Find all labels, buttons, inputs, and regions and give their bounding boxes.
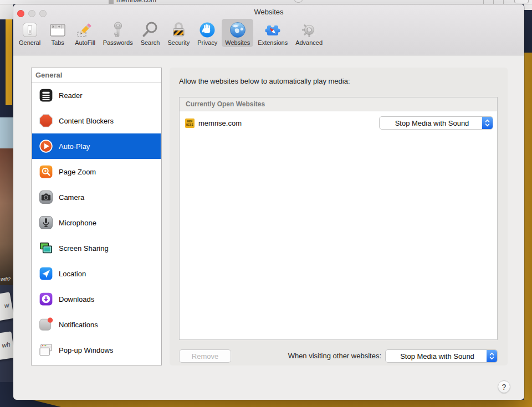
- table-header: Currently Open Websites: [180, 97, 497, 111]
- memrise-favicon: MEM RISE: [185, 119, 195, 128]
- sidebar-item-screen-sharing[interactable]: Screen Sharing: [32, 235, 161, 261]
- padlock-icon: [169, 20, 188, 39]
- dropdown-stepper-icon: [482, 117, 493, 129]
- remove-button[interactable]: Remove: [179, 349, 231, 363]
- other-websites-dropdown[interactable]: Stop Media with Sound: [385, 349, 498, 363]
- background-window-title: memrise.com: [116, 0, 156, 4]
- tab-tabs[interactable]: Tabs: [45, 19, 70, 47]
- window-title: Websites: [13, 8, 524, 16]
- background-webpage-right: [524, 4, 532, 400]
- background-favicon: [109, 0, 114, 4]
- sidebar-item-reader[interactable]: Reader: [32, 83, 161, 108]
- sidebar-item-content-blockers[interactable]: Content Blockers: [32, 108, 161, 133]
- background-card: w: [0, 292, 13, 324]
- sidebar-item-downloads[interactable]: Downloads: [32, 286, 161, 312]
- tabs-window-icon: [48, 20, 67, 39]
- background-card: wh: [0, 331, 13, 363]
- sidebar-item-notifications[interactable]: Notifications: [32, 312, 161, 337]
- tab-websites[interactable]: Websites: [222, 19, 253, 47]
- play-circle-icon: [39, 139, 53, 153]
- zoom-magnifier-icon: [39, 164, 53, 179]
- tab-passwords[interactable]: Passwords: [100, 19, 136, 47]
- table-row[interactable]: MEM RISE memrise.com Stop Media with Sou…: [180, 111, 497, 135]
- globe-icon: [228, 20, 247, 39]
- sidebar-item-location[interactable]: Location: [32, 261, 161, 286]
- download-circle-icon: [39, 292, 53, 306]
- key-icon: [109, 20, 127, 39]
- tab-general[interactable]: General: [16, 19, 44, 47]
- tab-advanced[interactable]: Advanced: [292, 19, 326, 47]
- preferences-window: Websites General: [13, 4, 524, 400]
- hand-icon: [198, 20, 217, 39]
- tab-extensions[interactable]: Extensions: [254, 19, 291, 47]
- preferences-toolbar: Websites General: [13, 4, 524, 55]
- tab-search[interactable]: Search: [137, 19, 163, 47]
- toolbar-tabs: General Tabs: [16, 19, 326, 47]
- dropdown-stepper-icon: [487, 350, 497, 362]
- bottom-controls: Remove When visiting other websites: Sto…: [13, 349, 524, 363]
- sidebar-item-page-zoom[interactable]: Page Zoom: [32, 159, 161, 184]
- help-button[interactable]: ?: [498, 380, 510, 393]
- background-wifi-text: wifi?: [1, 276, 11, 282]
- light-switch-icon: [21, 20, 39, 39]
- other-websites-label: When visiting other websites:: [246, 352, 381, 360]
- location-arrow-icon: [39, 266, 53, 281]
- background-webpage-bottom: [0, 400, 532, 407]
- puzzle-icon: [263, 20, 282, 39]
- site-policy-dropdown[interactable]: Stop Media with Sound: [379, 116, 493, 130]
- reader-icon: [39, 88, 53, 102]
- websites-sidebar: General Reader Content Blockers: [31, 68, 162, 365]
- sidebar-item-camera[interactable]: Camera: [32, 184, 161, 210]
- screen: memrise.com wifi? w wh: [0, 0, 532, 407]
- pane-description: Allow the websites below to automaticall…: [179, 77, 350, 85]
- notification-badge-icon: [39, 317, 53, 332]
- gear-icon: [300, 20, 319, 39]
- sidebar-section-header: General: [32, 68, 161, 83]
- magnifier-icon: [141, 20, 160, 39]
- tab-autofill[interactable]: AutoFill: [71, 19, 99, 47]
- microphone-icon: [39, 215, 53, 230]
- open-websites-table: Currently Open Websites MEM RISE memrise…: [179, 97, 498, 340]
- sidebar-item-auto-play[interactable]: Auto-Play: [32, 133, 161, 159]
- background-button-fragment: [514, 0, 529, 3]
- background-webpage-left: wifi? w wh: [0, 4, 13, 400]
- stop-octagon-icon: [39, 114, 53, 128]
- camera-icon: [39, 190, 53, 204]
- sidebar-item-microphone[interactable]: Microphone: [32, 210, 161, 235]
- background-browser-titlebar: memrise.com: [0, 0, 532, 4]
- background-toolbar-button: [294, 0, 303, 3]
- screen-sharing-icon: [39, 241, 53, 255]
- pencil-icon: [75, 20, 94, 39]
- tab-privacy[interactable]: Privacy: [194, 19, 221, 47]
- tab-security[interactable]: Security: [164, 19, 193, 47]
- site-name: memrise.com: [198, 119, 242, 127]
